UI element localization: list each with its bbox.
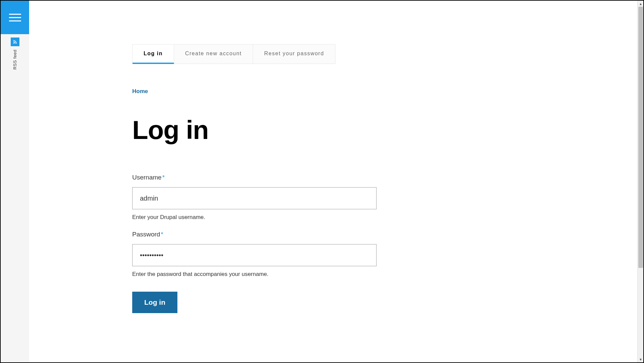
rss-label[interactable]: RSS feed <box>12 50 17 70</box>
page-title: Log in <box>132 115 431 145</box>
password-label: Password* <box>132 231 431 238</box>
auth-tabs: Log in Create new account Reset your pas… <box>132 44 335 64</box>
breadcrumb-home[interactable]: Home <box>132 88 148 94</box>
required-indicator: * <box>161 231 163 238</box>
sidebar: RSS feed <box>1 34 29 362</box>
tab-create-account[interactable]: Create new account <box>174 45 253 64</box>
tab-reset-password[interactable]: Reset your password <box>253 45 335 64</box>
tab-login[interactable]: Log in <box>133 45 174 64</box>
login-submit-button[interactable]: Log in <box>132 292 177 313</box>
scroll-down-arrow-icon[interactable]: ▼ <box>638 356 644 362</box>
password-help: Enter the password that accompanies your… <box>132 271 431 278</box>
username-group: Username* Enter your Drupal username. <box>132 174 431 221</box>
password-input[interactable] <box>132 244 377 266</box>
username-input[interactable] <box>132 187 377 209</box>
scroll-up-arrow-icon[interactable]: ▲ <box>638 1 644 7</box>
hamburger-menu-button[interactable] <box>1 1 29 34</box>
username-help: Enter your Drupal username. <box>132 214 431 221</box>
scrollbar-thumb[interactable] <box>638 7 643 268</box>
required-indicator: * <box>162 174 165 181</box>
main-content: Log in Create new account Reset your pas… <box>29 1 637 362</box>
username-label: Username* <box>132 174 431 181</box>
password-group: Password* Enter the password that accomp… <box>132 231 431 278</box>
hamburger-icon <box>9 14 21 21</box>
vertical-scrollbar[interactable]: ▲ ▼ <box>637 1 643 362</box>
breadcrumb: Home <box>132 88 431 95</box>
rss-icon[interactable] <box>11 38 19 46</box>
